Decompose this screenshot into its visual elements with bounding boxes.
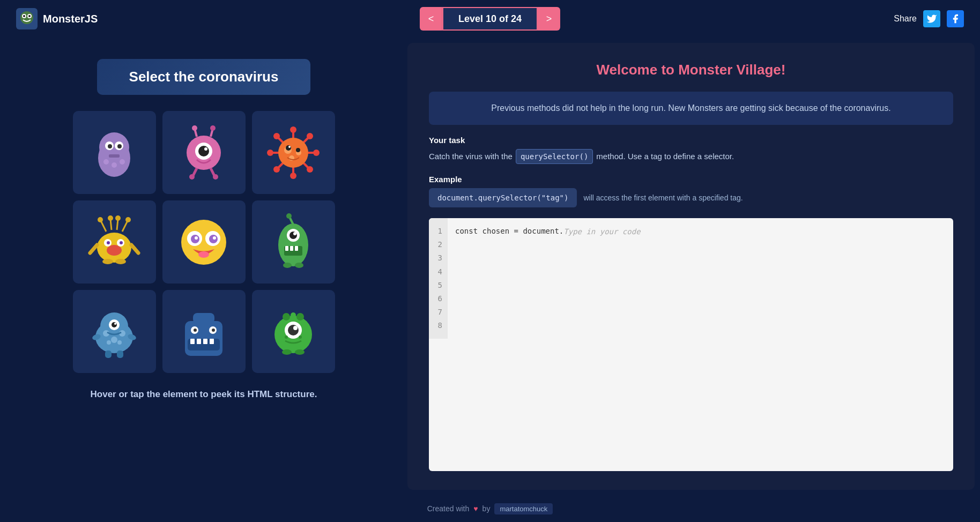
svg-point-29 — [290, 126, 296, 133]
pink-monster-image — [174, 123, 233, 182]
svg-point-74 — [195, 236, 198, 240]
svg-point-27 — [204, 147, 207, 151]
footer-by-text: by — [482, 504, 491, 513]
svg-point-43 — [307, 166, 313, 173]
line-numbers: 1 2 3 4 5 6 7 8 — [429, 218, 448, 339]
example-code: document.querySelector("tag") — [429, 188, 577, 207]
svg-point-54 — [108, 215, 113, 221]
task-title: Select the coronavirus — [97, 59, 311, 95]
svg-point-95 — [117, 340, 122, 345]
svg-point-116 — [296, 313, 304, 320]
svg-rect-111 — [203, 339, 207, 344]
monster-green-teeth[interactable] — [252, 200, 335, 284]
svg-point-41 — [273, 166, 280, 173]
svg-point-4 — [23, 15, 25, 17]
svg-point-76 — [198, 251, 209, 258]
svg-point-10 — [108, 144, 112, 148]
svg-point-123 — [282, 349, 292, 355]
header: MonsterJS < Level 10 of 24 > Share — [0, 0, 980, 38]
svg-point-65 — [107, 241, 110, 244]
svg-point-39 — [307, 133, 313, 139]
svg-point-122 — [299, 335, 302, 339]
level-nav: < Level 10 of 24 > — [420, 7, 560, 31]
logo-text: MonsterJS — [43, 13, 98, 25]
code-input[interactable] — [563, 227, 714, 236]
svg-point-88 — [295, 263, 303, 268]
monster-blue-polka[interactable] — [73, 290, 156, 373]
svg-point-33 — [267, 150, 273, 156]
line-7: 7 — [434, 305, 442, 319]
svg-line-55 — [117, 219, 118, 230]
svg-point-92 — [111, 337, 117, 343]
svg-point-120 — [293, 326, 298, 330]
svg-point-22 — [189, 174, 195, 180]
svg-point-106 — [194, 329, 197, 332]
svg-rect-100 — [117, 351, 123, 358]
svg-rect-84 — [285, 246, 288, 251]
code-first-line: const chosen = document. — [455, 225, 946, 238]
svg-point-62 — [107, 245, 122, 256]
svg-point-94 — [107, 340, 111, 345]
task-text-before: Catch the virus with the — [429, 150, 513, 163]
svg-point-75 — [213, 236, 216, 240]
svg-point-58 — [125, 217, 131, 222]
code-editor-inner: 1 2 3 4 5 6 7 8 const chosen = document. — [429, 218, 953, 339]
monster-yellow-antenna[interactable] — [73, 200, 156, 284]
line-3: 3 — [434, 251, 442, 265]
svg-point-117 — [291, 312, 296, 318]
example-desc: will access the first element with a spe… — [583, 193, 743, 202]
heart-icon: ♥ — [473, 504, 478, 513]
example-section: Example document.querySelector("tag") wi… — [429, 175, 953, 207]
svg-point-98 — [114, 323, 116, 325]
svg-point-1 — [20, 11, 33, 24]
facebook-share-button[interactable] — [947, 10, 964, 27]
svg-line-51 — [101, 221, 106, 232]
svg-point-50 — [296, 148, 300, 152]
svg-point-35 — [313, 150, 320, 156]
monster-green-round[interactable] — [252, 290, 335, 373]
monster-pink-one-eye[interactable] — [162, 111, 246, 194]
welcome-title: Welcome to Monster Village! — [429, 62, 953, 78]
task-text-after: method. Use a tag to define a selector. — [596, 150, 734, 163]
monster-yellow-circle[interactable] — [162, 200, 246, 284]
line-8: 8 — [434, 319, 442, 332]
svg-point-26 — [198, 146, 209, 156]
monster-coronavirus[interactable] — [252, 111, 335, 194]
description-box: Previous methods did not help in the lon… — [429, 92, 953, 125]
task-method-badge: querySelector() — [516, 149, 593, 164]
level-label: Level 10 of 24 — [442, 7, 538, 31]
svg-rect-113 — [193, 313, 214, 324]
svg-point-15 — [120, 159, 125, 165]
monster-blue-teeth[interactable] — [162, 290, 246, 373]
svg-point-87 — [283, 263, 292, 268]
svg-rect-12 — [109, 154, 120, 158]
svg-rect-109 — [190, 339, 195, 344]
svg-point-20 — [210, 125, 216, 131]
svg-line-53 — [110, 219, 112, 230]
prev-level-button[interactable]: < — [420, 7, 442, 31]
main-content: Select the coronavirus — [0, 38, 980, 495]
svg-rect-112 — [210, 339, 214, 344]
svg-point-115 — [283, 313, 290, 320]
twitter-share-button[interactable] — [923, 10, 940, 27]
svg-point-18 — [192, 125, 197, 131]
svg-rect-103 — [185, 321, 222, 356]
blue-polka-monster-image — [85, 302, 144, 361]
line-5: 5 — [434, 279, 442, 292]
monster-ghost[interactable] — [73, 111, 156, 194]
svg-point-97 — [112, 322, 117, 327]
svg-point-68 — [115, 259, 126, 264]
svg-rect-85 — [290, 246, 293, 251]
blue-teeth-monster-image — [174, 302, 233, 361]
code-prefix: const chosen = document. — [455, 225, 563, 238]
line-1: 1 — [434, 225, 442, 238]
right-panel: Welcome to Monster Village! Previous met… — [407, 43, 975, 490]
svg-line-23 — [211, 168, 214, 176]
svg-line-57 — [122, 221, 128, 232]
svg-point-56 — [115, 215, 121, 221]
logo-area: MonsterJS — [16, 8, 98, 29]
svg-point-5 — [28, 15, 31, 17]
next-level-button[interactable]: > — [538, 7, 560, 31]
task-description: Catch the virus with the querySelector()… — [429, 149, 953, 164]
task-label: Your task — [429, 136, 953, 145]
